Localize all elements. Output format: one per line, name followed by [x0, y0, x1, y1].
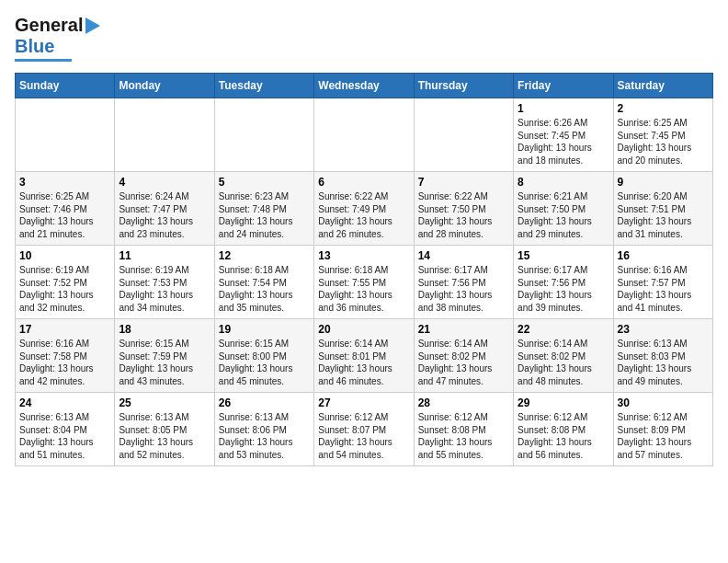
day-number: 9	[618, 176, 709, 189]
day-number: 22	[518, 323, 609, 336]
day-number: 16	[618, 249, 709, 262]
day-info: Sunrise: 6:25 AM Sunset: 7:45 PM Dayligh…	[618, 117, 709, 167]
calendar-cell: 3Sunrise: 6:25 AM Sunset: 7:46 PM Daylig…	[16, 172, 115, 246]
calendar-cell: 27Sunrise: 6:12 AM Sunset: 8:07 PM Dayli…	[314, 393, 414, 466]
day-info: Sunrise: 6:13 AM Sunset: 8:05 PM Dayligh…	[119, 411, 210, 461]
logo-arrow-icon	[85, 17, 100, 34]
week-row-4: 17Sunrise: 6:16 AM Sunset: 7:58 PM Dayli…	[16, 319, 713, 393]
day-info: Sunrise: 6:18 AM Sunset: 7:54 PM Dayligh…	[219, 264, 310, 314]
day-info: Sunrise: 6:12 AM Sunset: 8:09 PM Dayligh…	[618, 411, 709, 461]
day-info: Sunrise: 6:22 AM Sunset: 7:50 PM Dayligh…	[418, 190, 509, 240]
day-number: 15	[518, 249, 609, 262]
day-number: 28	[418, 396, 509, 409]
logo-text-blue: Blue	[15, 36, 54, 57]
day-number: 30	[618, 396, 709, 409]
day-info: Sunrise: 6:14 AM Sunset: 8:01 PM Dayligh…	[318, 338, 409, 387]
day-number: 23	[618, 323, 709, 336]
day-number: 1	[518, 102, 609, 115]
day-number: 24	[19, 396, 110, 409]
day-info: Sunrise: 6:19 AM Sunset: 7:52 PM Dayligh…	[19, 264, 110, 314]
calendar-cell: 4Sunrise: 6:24 AM Sunset: 7:47 PM Daylig…	[115, 172, 214, 246]
calendar-cell: 8Sunrise: 6:21 AM Sunset: 7:50 PM Daylig…	[514, 172, 613, 246]
day-number: 3	[19, 176, 110, 189]
calendar-cell: 5Sunrise: 6:23 AM Sunset: 7:48 PM Daylig…	[214, 172, 313, 246]
day-number: 21	[418, 323, 509, 336]
week-row-5: 24Sunrise: 6:13 AM Sunset: 8:04 PM Dayli…	[16, 393, 713, 466]
calendar-cell: 20Sunrise: 6:14 AM Sunset: 8:01 PM Dayli…	[314, 319, 414, 393]
calendar-cell: 29Sunrise: 6:12 AM Sunset: 8:08 PM Dayli…	[514, 393, 613, 466]
day-info: Sunrise: 6:14 AM Sunset: 8:02 PM Dayligh…	[418, 338, 509, 387]
day-info: Sunrise: 6:12 AM Sunset: 8:08 PM Dayligh…	[518, 411, 609, 461]
day-info: Sunrise: 6:18 AM Sunset: 7:55 PM Dayligh…	[318, 264, 409, 314]
calendar-cell: 11Sunrise: 6:19 AM Sunset: 7:53 PM Dayli…	[115, 246, 214, 319]
day-info: Sunrise: 6:20 AM Sunset: 7:51 PM Dayligh…	[618, 190, 709, 240]
week-row-2: 3Sunrise: 6:25 AM Sunset: 7:46 PM Daylig…	[16, 172, 713, 246]
day-info: Sunrise: 6:15 AM Sunset: 7:59 PM Dayligh…	[119, 338, 210, 387]
page-header: General Blue	[15, 15, 713, 62]
day-info: Sunrise: 6:16 AM Sunset: 7:58 PM Dayligh…	[19, 338, 110, 387]
logo: General Blue	[15, 15, 100, 62]
calendar-table: SundayMondayTuesdayWednesdayThursdayFrid…	[15, 73, 713, 466]
calendar-cell: 12Sunrise: 6:18 AM Sunset: 7:54 PM Dayli…	[214, 246, 313, 319]
calendar-cell	[16, 98, 115, 172]
day-number: 5	[219, 176, 310, 189]
calendar-cell: 7Sunrise: 6:22 AM Sunset: 7:50 PM Daylig…	[414, 172, 513, 246]
calendar-cell: 16Sunrise: 6:16 AM Sunset: 7:57 PM Dayli…	[613, 246, 712, 319]
day-info: Sunrise: 6:12 AM Sunset: 8:07 PM Dayligh…	[318, 411, 409, 461]
day-number: 8	[518, 176, 609, 189]
calendar-cell: 6Sunrise: 6:22 AM Sunset: 7:49 PM Daylig…	[314, 172, 414, 246]
calendar-cell: 10Sunrise: 6:19 AM Sunset: 7:52 PM Dayli…	[16, 246, 115, 319]
day-info: Sunrise: 6:13 AM Sunset: 8:04 PM Dayligh…	[19, 411, 110, 461]
day-number: 14	[418, 249, 509, 262]
day-info: Sunrise: 6:17 AM Sunset: 7:56 PM Dayligh…	[518, 264, 609, 314]
day-number: 26	[219, 396, 310, 409]
day-number: 10	[19, 249, 110, 262]
week-row-3: 10Sunrise: 6:19 AM Sunset: 7:52 PM Dayli…	[16, 246, 713, 319]
day-info: Sunrise: 6:19 AM Sunset: 7:53 PM Dayligh…	[119, 264, 210, 314]
calendar-cell: 23Sunrise: 6:13 AM Sunset: 8:03 PM Dayli…	[613, 319, 712, 393]
day-info: Sunrise: 6:25 AM Sunset: 7:46 PM Dayligh…	[19, 190, 110, 240]
calendar-cell: 21Sunrise: 6:14 AM Sunset: 8:02 PM Dayli…	[414, 319, 513, 393]
logo-underline	[15, 59, 72, 62]
day-number: 4	[119, 176, 210, 189]
calendar-cell: 14Sunrise: 6:17 AM Sunset: 7:56 PM Dayli…	[414, 246, 513, 319]
day-number: 27	[318, 396, 409, 409]
day-info: Sunrise: 6:26 AM Sunset: 7:45 PM Dayligh…	[518, 117, 609, 167]
day-number: 12	[219, 249, 310, 262]
calendar-cell	[414, 98, 513, 172]
day-number: 6	[318, 176, 409, 189]
day-info: Sunrise: 6:23 AM Sunset: 7:48 PM Dayligh…	[219, 190, 310, 240]
day-info: Sunrise: 6:13 AM Sunset: 8:06 PM Dayligh…	[219, 411, 310, 461]
day-info: Sunrise: 6:24 AM Sunset: 7:47 PM Dayligh…	[119, 190, 210, 240]
calendar-cell	[214, 98, 313, 172]
day-number: 17	[19, 323, 110, 336]
day-info: Sunrise: 6:22 AM Sunset: 7:49 PM Dayligh…	[318, 190, 409, 240]
logo-text-general: General	[15, 15, 83, 36]
dow-header-monday: Monday	[115, 74, 214, 98]
day-number: 13	[318, 249, 409, 262]
dow-header-friday: Friday	[514, 74, 613, 98]
day-info: Sunrise: 6:13 AM Sunset: 8:03 PM Dayligh…	[618, 338, 709, 387]
day-info: Sunrise: 6:21 AM Sunset: 7:50 PM Dayligh…	[518, 190, 609, 240]
calendar-cell: 26Sunrise: 6:13 AM Sunset: 8:06 PM Dayli…	[214, 393, 313, 466]
calendar-cell: 17Sunrise: 6:16 AM Sunset: 7:58 PM Dayli…	[16, 319, 115, 393]
calendar-cell: 19Sunrise: 6:15 AM Sunset: 8:00 PM Dayli…	[214, 319, 313, 393]
day-number: 7	[418, 176, 509, 189]
day-number: 29	[518, 396, 609, 409]
dow-header-sunday: Sunday	[16, 74, 115, 98]
week-row-1: 1Sunrise: 6:26 AM Sunset: 7:45 PM Daylig…	[16, 98, 713, 172]
calendar-cell: 1Sunrise: 6:26 AM Sunset: 7:45 PM Daylig…	[514, 98, 613, 172]
day-info: Sunrise: 6:12 AM Sunset: 8:08 PM Dayligh…	[418, 411, 509, 461]
calendar-cell: 22Sunrise: 6:14 AM Sunset: 8:02 PM Dayli…	[514, 319, 613, 393]
calendar-cell: 30Sunrise: 6:12 AM Sunset: 8:09 PM Dayli…	[613, 393, 712, 466]
day-number: 18	[119, 323, 210, 336]
day-number: 20	[318, 323, 409, 336]
dow-header-tuesday: Tuesday	[214, 74, 313, 98]
calendar-cell: 28Sunrise: 6:12 AM Sunset: 8:08 PM Dayli…	[414, 393, 513, 466]
day-number: 25	[119, 396, 210, 409]
day-info: Sunrise: 6:17 AM Sunset: 7:56 PM Dayligh…	[418, 264, 509, 314]
calendar-cell: 13Sunrise: 6:18 AM Sunset: 7:55 PM Dayli…	[314, 246, 414, 319]
calendar-cell	[314, 98, 414, 172]
dow-header-wednesday: Wednesday	[314, 74, 414, 98]
dow-header-saturday: Saturday	[613, 74, 712, 98]
